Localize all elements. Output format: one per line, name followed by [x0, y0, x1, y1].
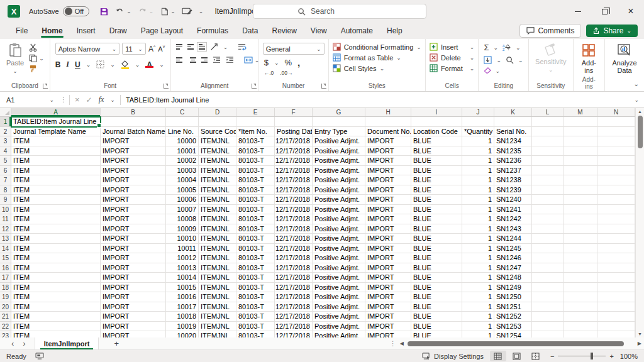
cell-M1[interactable] [564, 117, 597, 127]
cell-L11[interactable] [532, 214, 564, 224]
font-color-button[interactable]: A [145, 61, 153, 68]
cell-C15[interactable]: 10012 [166, 253, 199, 263]
cell-N17[interactable] [597, 273, 635, 283]
cell-I5[interactable]: BLUE [411, 156, 462, 166]
cell-K12[interactable]: SN1243 [494, 224, 532, 234]
cell-I17[interactable]: BLUE [411, 273, 462, 283]
autosum-chevron-icon[interactable]: ⌄ [493, 45, 498, 51]
cell-G15[interactable]: Positive Adjmt. [313, 253, 365, 263]
scroll-right-icon[interactable]: ▶ [638, 341, 641, 346]
cell-G14[interactable]: Positive Adjmt. [313, 244, 365, 254]
cell-N20[interactable] [597, 302, 635, 312]
cell-M23[interactable] [564, 331, 597, 337]
percent-style-button[interactable]: % [284, 58, 292, 67]
formula-bar-content[interactable]: TABLEID:Item Journal Line [121, 96, 209, 104]
cell-G13[interactable]: Positive Adjmt. [313, 234, 365, 244]
cell-J8[interactable]: 1 [462, 185, 494, 195]
cell-styles-button[interactable]: Cell Styles⌄ [331, 63, 423, 74]
cell-F6[interactable]: 12/17/2018 [275, 166, 313, 176]
cell-G20[interactable]: Positive Adjmt. [313, 302, 365, 312]
next-sheet-button[interactable]: › [23, 339, 25, 348]
cell-A12[interactable]: ITEM [11, 224, 101, 234]
align-right-button[interactable] [201, 57, 208, 63]
cell-N19[interactable] [597, 292, 635, 302]
cell-D17[interactable]: ITEMJNL [199, 273, 236, 283]
cell-C2[interactable]: Line No. [166, 127, 199, 137]
cell-F19[interactable]: 12/17/2018 [275, 292, 313, 302]
cell-K19[interactable]: SN1250 [494, 292, 532, 302]
cell-K11[interactable]: SN1242 [494, 214, 532, 224]
cell-A21[interactable]: ITEM [11, 312, 101, 322]
cell-C19[interactable]: 10016 [166, 292, 199, 302]
cell-E15[interactable]: 80103-T [236, 253, 275, 263]
cell-B16[interactable]: IMPORT [101, 263, 166, 273]
cell-A14[interactable]: ITEM [11, 244, 101, 254]
cell-N2[interactable] [597, 127, 635, 137]
cell-J23[interactable]: 1 [462, 331, 494, 337]
tab-formulas[interactable]: Formulas [190, 24, 235, 38]
cell-D13[interactable]: ITEMJNL [199, 234, 236, 244]
cell-K18[interactable]: SN1249 [494, 283, 532, 293]
cell-A10[interactable]: ITEM [11, 205, 101, 215]
cell-L14[interactable] [532, 244, 564, 254]
cancel-entry-button[interactable]: × [75, 95, 80, 104]
column-header-I[interactable]: I [411, 108, 462, 116]
cell-D22[interactable]: ITEMJNL [199, 322, 236, 332]
cell-K3[interactable]: SN1234 [494, 136, 532, 146]
cell-F13[interactable]: 12/17/2018 [275, 234, 313, 244]
horizontal-scrollbar[interactable]: ⋮ ◀ ▶ [390, 340, 644, 347]
format-as-table-button[interactable]: Format as Table⌄ [331, 52, 423, 63]
cell-B15[interactable]: IMPORT [101, 253, 166, 263]
cell-K21[interactable]: SN1252 [494, 312, 532, 322]
font-dialog-launcher[interactable] [164, 84, 169, 89]
save-button[interactable] [99, 7, 109, 16]
row-header-16[interactable]: 16 [0, 263, 11, 273]
cell-J3[interactable]: 1 [462, 136, 494, 146]
cell-N9[interactable] [597, 195, 635, 205]
cell-J12[interactable]: 1 [462, 224, 494, 234]
cell-E5[interactable]: 80103-T [236, 156, 275, 166]
zoom-out-button[interactable]: − [550, 353, 554, 360]
cell-B14[interactable]: IMPORT [101, 244, 166, 254]
decrease-font-button[interactable]: A˅ [158, 45, 165, 53]
cell-D6[interactable]: ITEMJNL [199, 166, 236, 176]
cell-F15[interactable]: 12/17/2018 [275, 253, 313, 263]
cell-F18[interactable]: 12/17/2018 [275, 283, 313, 293]
cell-I20[interactable]: BLUE [411, 302, 462, 312]
cell-G19[interactable]: Positive Adjmt. [313, 292, 365, 302]
cell-C16[interactable]: 10013 [166, 263, 199, 273]
zoom-level[interactable]: 100% [620, 353, 638, 360]
cell-K16[interactable]: SN1247 [494, 263, 532, 273]
cell-E7[interactable]: 80103-T [236, 175, 275, 185]
cell-C12[interactable]: 10009 [166, 224, 199, 234]
cell-J21[interactable]: 1 [462, 312, 494, 322]
cell-D15[interactable]: ITEMJNL [199, 253, 236, 263]
cell-K13[interactable]: SN1244 [494, 234, 532, 244]
cell-B18[interactable]: IMPORT [101, 283, 166, 293]
cell-A6[interactable]: ITEM [11, 166, 101, 176]
cell-J22[interactable]: 1 [462, 322, 494, 332]
cell-F9[interactable]: 12/17/2018 [275, 195, 313, 205]
cell-E8[interactable]: 80103-T [236, 185, 275, 195]
cell-E11[interactable]: 80103-T [236, 214, 275, 224]
cell-C22[interactable]: 10019 [166, 322, 199, 332]
column-header-G[interactable]: G [313, 108, 365, 116]
fill-button[interactable] [484, 56, 492, 64]
name-box[interactable]: A1 ⌄ [0, 92, 58, 107]
cell-E10[interactable]: 80103-T [236, 205, 275, 215]
cell-D11[interactable]: ITEMJNL [199, 214, 236, 224]
alignment-dialog-launcher[interactable] [252, 84, 257, 89]
cell-E20[interactable]: 80103-T [236, 302, 275, 312]
select-all-button[interactable] [0, 108, 11, 116]
cell-B22[interactable]: IMPORT [101, 322, 166, 332]
cell-C5[interactable]: 10002 [166, 156, 199, 166]
cell-J7[interactable]: 1 [462, 175, 494, 185]
cell-B5[interactable]: IMPORT [101, 156, 166, 166]
cell-G12[interactable]: Positive Adjmt. [313, 224, 365, 234]
cell-A13[interactable]: ITEM [11, 234, 101, 244]
cell-F1[interactable] [275, 117, 313, 127]
cell-A19[interactable]: ITEM [11, 292, 101, 302]
analyze-data-button[interactable]: Analyze Data [608, 41, 641, 75]
cell-C18[interactable]: 10015 [166, 283, 199, 293]
tab-automate[interactable]: Automate [334, 24, 380, 38]
